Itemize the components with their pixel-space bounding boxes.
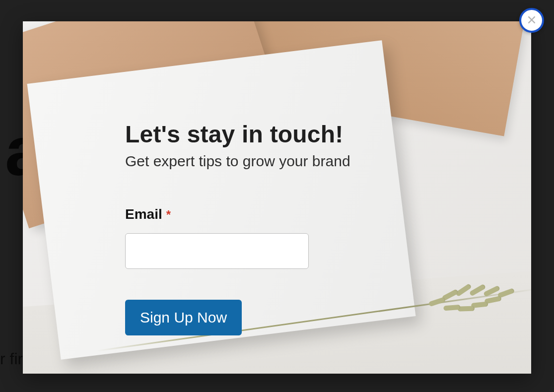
email-label-text: Email xyxy=(125,206,162,222)
signup-modal: Let's stay in touch! Get expert tips to … xyxy=(23,21,531,374)
email-label: Email * xyxy=(125,206,403,222)
modal-title: Let's stay in touch! xyxy=(125,121,403,148)
email-input[interactable] xyxy=(125,233,309,269)
close-button[interactable] xyxy=(519,8,544,33)
sign-up-button[interactable]: Sign Up Now xyxy=(125,300,242,335)
email-field-group: Email * xyxy=(125,206,403,269)
modal-subtitle: Get expert tips to grow your brand xyxy=(125,153,403,170)
required-marker: * xyxy=(166,208,171,222)
modal-content: Let's stay in touch! Get expert tips to … xyxy=(125,121,403,335)
close-icon xyxy=(527,15,537,26)
